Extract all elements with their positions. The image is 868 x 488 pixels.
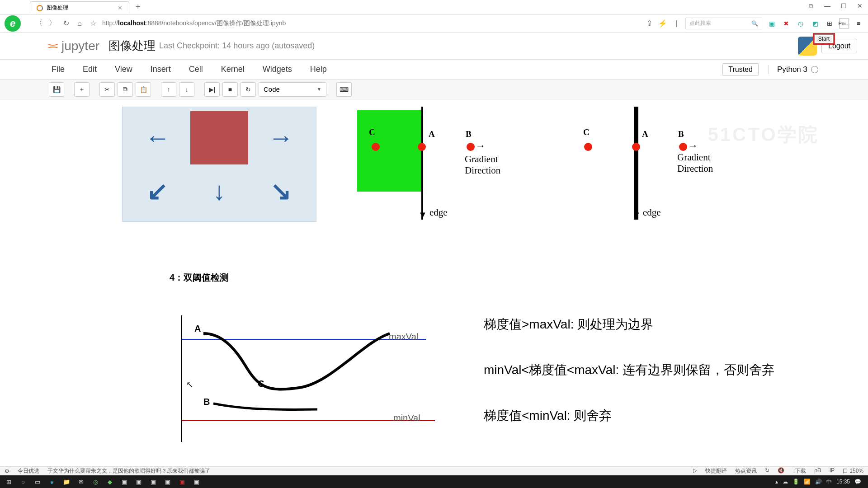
divider-icon: | bbox=[672, 19, 681, 28]
sobel-direction-grid: ← → ↙ ↓ ↘ bbox=[122, 107, 316, 222]
ext-icon-4[interactable]: ◩ bbox=[810, 19, 820, 28]
menu-file[interactable]: File bbox=[52, 65, 65, 74]
menu-insert[interactable]: Insert bbox=[151, 65, 171, 74]
jupyter-header: jupyter 图像处理 Last Checkpoint: 14 hours a… bbox=[0, 33, 868, 60]
browser-tab[interactable]: 图像处理 ✕ bbox=[30, 1, 129, 14]
ext-more-icon[interactable]: Poi... bbox=[839, 19, 849, 28]
system-tray[interactable]: ▴ ☁ 🔋 📶 🔊 中 15:35 💬 bbox=[774, 478, 866, 486]
app-icon-3[interactable]: ▣ bbox=[118, 476, 131, 487]
hamburger-icon[interactable]: ≡ bbox=[854, 19, 863, 28]
tray-icon[interactable]: 🔊 bbox=[814, 479, 823, 485]
copy-button[interactable]: ⧉ bbox=[118, 82, 133, 97]
windows-taskbar: ⊞ ○ ▭ e 📁 ✉ ◎ ◆ ▣ ▣ ▣ ▣ ▣ ▣ ▴ ☁ 🔋 📶 🔊 中 … bbox=[0, 475, 868, 488]
add-cell-button[interactable]: ＋ bbox=[74, 82, 90, 97]
start-icon[interactable]: ⊞ bbox=[2, 476, 15, 487]
run-button[interactable]: ▶| bbox=[204, 82, 220, 97]
cut-button[interactable]: ✂ bbox=[99, 82, 115, 97]
threshold-row: maxVal minVal A C B 梯度值>maxVal: 则处理为边界 m… bbox=[172, 315, 823, 453]
taskview-icon[interactable]: ▭ bbox=[31, 476, 44, 487]
stop-button[interactable]: ■ bbox=[222, 82, 238, 97]
cell-type-select[interactable]: Code▼ bbox=[259, 82, 326, 97]
app-icon-2[interactable]: ◆ bbox=[103, 476, 117, 487]
search-taskbar-icon[interactable]: ○ bbox=[16, 476, 30, 487]
paste-button[interactable]: 📋 bbox=[136, 82, 151, 97]
app-icon-8[interactable]: ▣ bbox=[190, 476, 203, 487]
tray-icon[interactable]: 🔋 bbox=[791, 479, 801, 485]
edge-taskbar-icon[interactable]: e bbox=[45, 476, 59, 487]
bolt-icon[interactable]: ⚡ bbox=[658, 19, 667, 28]
browser-logo-icon[interactable]: e bbox=[5, 15, 21, 32]
tray-icon[interactable]: ▴ bbox=[774, 479, 779, 485]
search-icon[interactable]: 🔍 bbox=[751, 20, 758, 27]
nav-reload-icon[interactable]: ↻ bbox=[61, 19, 71, 28]
status-ip-icon[interactable]: IP bbox=[830, 467, 835, 475]
menu-cell[interactable]: Cell bbox=[189, 65, 203, 74]
status-left-2[interactable]: 于文华为什么要帮朱之文，是因他的歌唱得好吗？原来我们都被骗了 bbox=[47, 467, 210, 475]
menu-widgets[interactable]: Widgets bbox=[263, 65, 292, 74]
move-down-button[interactable]: ↓ bbox=[179, 82, 194, 97]
jupyter-logo[interactable]: jupyter bbox=[46, 39, 99, 53]
window-maximize-icon[interactable]: ☐ bbox=[835, 0, 852, 14]
new-tab-button[interactable]: + bbox=[132, 2, 144, 12]
toolbar: 💾 ＋ ✂ ⧉ 📋 ↑ ↓ ▶| ■ ↻ Code▼ ⌨ bbox=[0, 80, 868, 99]
status-refresh-icon[interactable]: ↻ bbox=[765, 467, 769, 475]
threshold-plot: maxVal minVal A C B bbox=[172, 315, 439, 442]
app-icon-4[interactable]: ▣ bbox=[132, 476, 146, 487]
app-icon-1[interactable]: ◎ bbox=[89, 476, 102, 487]
tray-icon[interactable]: ☁ bbox=[781, 479, 789, 485]
window-restore-icon[interactable]: ⧉ bbox=[803, 0, 819, 14]
mail-icon[interactable]: ✉ bbox=[74, 476, 88, 487]
menu-kernel[interactable]: Kernel bbox=[221, 65, 245, 74]
window-minimize-icon[interactable]: — bbox=[819, 0, 835, 14]
tray-clock[interactable]: 15:35 bbox=[835, 479, 851, 485]
notebook-title[interactable]: 图像处理 bbox=[108, 38, 156, 54]
command-palette-button[interactable]: ⌨ bbox=[336, 82, 352, 97]
nav-back-icon[interactable]: 〈 bbox=[34, 19, 43, 28]
menu-edit[interactable]: Edit bbox=[83, 65, 97, 74]
status-tag[interactable]: ⚙ bbox=[5, 468, 9, 474]
kernel-indicator[interactable]: Python 3 bbox=[769, 65, 818, 74]
ext-icon-1[interactable]: ▣ bbox=[767, 19, 777, 28]
share-icon[interactable]: ⇪ bbox=[645, 19, 654, 28]
window-close-icon[interactable]: ✕ bbox=[852, 0, 868, 14]
center-pixel-box bbox=[190, 111, 248, 164]
tray-notification-icon[interactable]: 💬 bbox=[853, 479, 863, 485]
ext-apps-icon[interactable]: ⊞ bbox=[825, 19, 835, 28]
arrow-down-icon: ↓ bbox=[213, 176, 226, 206]
tray-icon[interactable]: 📶 bbox=[802, 479, 812, 485]
ext-icon-3[interactable]: ◷ bbox=[796, 19, 806, 28]
status-play-icon[interactable]: ▷ bbox=[693, 467, 697, 475]
tab-title: 图像处理 bbox=[47, 4, 68, 12]
status-pd[interactable]: ρÐ bbox=[814, 467, 821, 475]
explorer-icon[interactable]: 📁 bbox=[60, 476, 73, 487]
kernel-status-icon bbox=[811, 66, 818, 73]
status-zoom[interactable]: 口 150% bbox=[843, 467, 863, 475]
move-up-button[interactable]: ↑ bbox=[161, 82, 176, 97]
nav-star-icon[interactable]: ☆ bbox=[89, 19, 98, 28]
url-text[interactable]: http://localhost:8888/notebooks/opencv/图… bbox=[102, 19, 286, 28]
restart-button[interactable]: ↻ bbox=[241, 82, 256, 97]
app-icon-7[interactable]: ▣ bbox=[175, 476, 189, 487]
status-mute-icon[interactable]: 🔇 bbox=[778, 467, 784, 475]
tray-icon[interactable]: 中 bbox=[825, 478, 833, 486]
arrow-downright-icon: ↘ bbox=[270, 176, 292, 206]
status-download[interactable]: ↓下载 bbox=[793, 467, 806, 475]
nav-forward-icon[interactable]: 〉 bbox=[48, 19, 57, 28]
save-button[interactable]: 💾 bbox=[49, 82, 64, 97]
ext-icon-2[interactable]: ✖ bbox=[781, 19, 791, 28]
nav-home-icon[interactable]: ⌂ bbox=[75, 19, 84, 28]
trusted-badge[interactable]: Trusted bbox=[722, 63, 759, 76]
menu-view[interactable]: View bbox=[115, 65, 132, 74]
tab-close-icon[interactable]: ✕ bbox=[118, 5, 123, 11]
start-overlay-button[interactable]: Start bbox=[814, 34, 834, 43]
app-icon-6[interactable]: ▣ bbox=[161, 476, 175, 487]
checkpoint-text: Last Checkpoint: 14 hours ago (autosaved… bbox=[159, 41, 315, 51]
status-left-1[interactable]: 今日优选 bbox=[18, 467, 39, 475]
menu-help[interactable]: Help bbox=[310, 65, 327, 74]
notebook-body: 51CTO学院 ← → ↙ ↓ ↘ C A B → bbox=[45, 99, 823, 488]
status-hotnews[interactable]: 热点资讯 bbox=[735, 467, 757, 475]
app-icon-5[interactable]: ▣ bbox=[146, 476, 160, 487]
status-translate[interactable]: 快捷翻译 bbox=[705, 467, 727, 475]
address-bar: e 〈 〉 ↻ ⌂ ☆ http://localhost:8888/notebo… bbox=[0, 14, 868, 33]
search-input[interactable]: 点此搜索🔍 bbox=[685, 18, 762, 29]
